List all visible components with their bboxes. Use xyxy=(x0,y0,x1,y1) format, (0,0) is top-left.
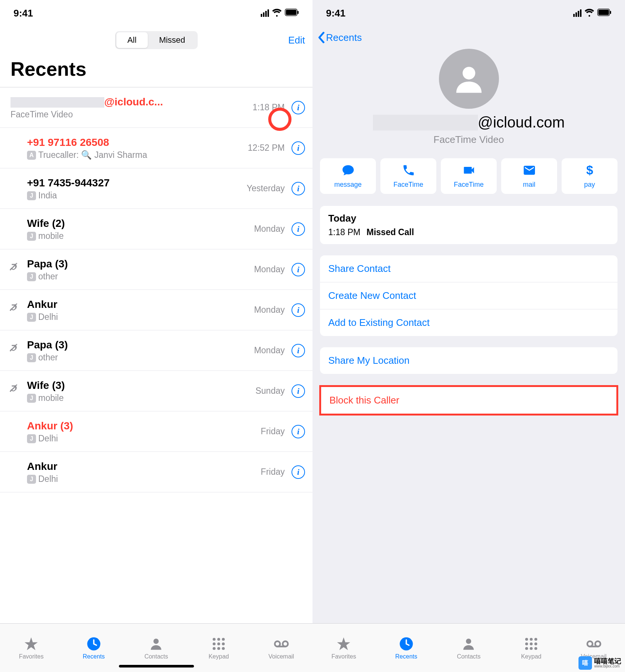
action-message[interactable]: message xyxy=(320,158,376,194)
action-label: FaceTime xyxy=(454,181,484,189)
action-dollar[interactable]: $pay xyxy=(562,158,617,194)
link-item[interactable]: Create New Contact xyxy=(320,282,617,309)
call-row[interactable]: +91 7435-944327JIndiaYesterdayi xyxy=(0,168,312,209)
info-button[interactable]: i xyxy=(291,425,305,438)
call-time: 1:18 PM xyxy=(252,102,285,112)
battery-icon xyxy=(597,9,611,18)
info-button[interactable]: i xyxy=(291,141,305,155)
info-button[interactable]: i xyxy=(291,263,305,276)
call-subtitle: Jother xyxy=(27,352,254,363)
tab-favorites[interactable]: Favorites xyxy=(312,624,375,672)
svg-point-29 xyxy=(534,642,537,645)
app-badge: A xyxy=(27,151,36,160)
call-row[interactable]: AnkurJDelhiMondayi xyxy=(0,290,312,330)
tab-label: Recents xyxy=(83,653,105,660)
svg-point-11 xyxy=(213,647,216,650)
svg-point-30 xyxy=(525,647,528,650)
tab-label: Voicemail xyxy=(268,653,294,660)
contact-actions-section: Share ContactCreate New ContactAdd to Ex… xyxy=(320,255,617,336)
call-time: Yesterday xyxy=(247,183,285,194)
tab-voicemail[interactable]: Voicemail xyxy=(250,624,312,672)
segmented-control: All Missed xyxy=(115,31,197,49)
contact-title: @icloud.com xyxy=(373,114,565,131)
info-button[interactable]: i xyxy=(291,344,305,357)
svg-point-27 xyxy=(525,642,528,645)
call-row[interactable]: Ankur (3)JDelhiFridayi xyxy=(0,411,312,452)
info-button[interactable]: i xyxy=(291,101,305,114)
block-caller-button[interactable]: Block this Caller xyxy=(321,387,616,414)
call-list[interactable]: @icloud.c...FaceTime Video1:18 PMi+91 97… xyxy=(0,87,312,623)
link-item[interactable]: Share Contact xyxy=(320,255,617,282)
call-time: Friday xyxy=(261,467,285,477)
svg-point-9 xyxy=(217,642,220,645)
tab-recents[interactable]: Recents xyxy=(375,624,438,672)
svg-point-26 xyxy=(534,638,537,640)
call-row[interactable]: Wife (2)JmobileMondayi xyxy=(0,209,312,249)
clock-icon xyxy=(86,636,102,652)
call-row[interactable]: +91 97116 26508ATruecaller: 🔍 Janvi Shar… xyxy=(0,128,312,168)
link-item[interactable]: Add to Existing Contact xyxy=(320,309,617,336)
call-name: Ankur xyxy=(27,298,254,311)
call-time: Monday xyxy=(254,224,285,234)
keypad-icon xyxy=(211,636,227,652)
app-badge: J xyxy=(27,475,36,484)
svg-point-7 xyxy=(222,638,225,640)
dollar-icon: $ xyxy=(583,164,596,178)
tab-recents[interactable]: Recents xyxy=(63,624,125,672)
info-button[interactable]: i xyxy=(291,182,305,195)
call-subtitle: JDelhi xyxy=(27,312,254,322)
tab-favorites[interactable]: Favorites xyxy=(0,624,63,672)
call-row[interactable]: Wife (3)JmobileSundayi xyxy=(0,371,312,411)
tab-keypad[interactable]: Keypad xyxy=(188,624,250,672)
segment-missed[interactable]: Missed xyxy=(148,32,197,48)
call-name: +91 97116 26508 xyxy=(27,136,248,149)
call-row[interactable]: AnkurJDelhiFridayi xyxy=(0,452,312,492)
call-name: Papa (3) xyxy=(27,257,254,271)
back-button[interactable]: Recents xyxy=(317,32,362,44)
call-row[interactable]: Papa (3)JotherMondayi xyxy=(0,330,312,371)
history-event: Missed Call xyxy=(367,227,414,237)
nav-bar: All Missed Edit xyxy=(0,26,312,54)
home-indicator[interactable] xyxy=(119,665,194,668)
call-row[interactable]: @icloud.c...FaceTime Video1:18 PMi xyxy=(0,87,312,128)
edit-button[interactable]: Edit xyxy=(288,34,305,46)
call-name: @icloud.c... xyxy=(11,95,252,109)
voicemail-icon xyxy=(273,636,289,652)
action-video[interactable]: FaceTime xyxy=(441,158,497,194)
call-time: Sunday xyxy=(255,386,285,396)
tab-keypad[interactable]: Keypad xyxy=(500,624,563,672)
info-button[interactable]: i xyxy=(291,384,305,398)
svg-point-8 xyxy=(213,642,216,645)
person-icon xyxy=(148,636,164,652)
wifi-icon xyxy=(272,8,282,19)
svg-rect-19 xyxy=(610,11,611,14)
app-badge: J xyxy=(27,191,36,200)
nav-back-row: Recents xyxy=(312,26,625,49)
call-time: Monday xyxy=(254,305,285,315)
star-icon xyxy=(23,636,39,652)
call-subtitle: Jmobile xyxy=(27,231,254,241)
status-icons xyxy=(261,8,299,19)
svg-point-20 xyxy=(463,67,475,80)
segment-all[interactable]: All xyxy=(116,32,147,48)
status-icons xyxy=(573,8,611,19)
call-subtitle: Jother xyxy=(27,272,254,282)
mail-icon xyxy=(523,164,536,178)
info-button[interactable]: i xyxy=(291,465,305,479)
app-badge: J xyxy=(27,272,36,281)
action-mail[interactable]: mail xyxy=(501,158,557,194)
watermark: 嘻 嘻嘻笔记 www.bijixx.com xyxy=(578,656,621,670)
location-section: Share My Location xyxy=(320,347,617,374)
call-row[interactable]: Papa (3)JotherMondayi xyxy=(0,249,312,290)
svg-rect-1 xyxy=(286,10,296,15)
action-phone[interactable]: FaceTime xyxy=(380,158,436,194)
action-label: pay xyxy=(584,181,595,189)
call-subtitle: ATruecaller: 🔍 Janvi Sharma xyxy=(27,150,248,160)
watermark-title: 嘻嘻笔记 xyxy=(594,658,621,664)
info-button[interactable]: i xyxy=(291,222,305,236)
call-subtitle: JDelhi xyxy=(27,434,261,444)
link-item[interactable]: Share My Location xyxy=(320,347,617,374)
info-button[interactable]: i xyxy=(291,303,305,317)
tab-contacts[interactable]: Contacts xyxy=(437,624,500,672)
video-icon xyxy=(462,164,476,178)
